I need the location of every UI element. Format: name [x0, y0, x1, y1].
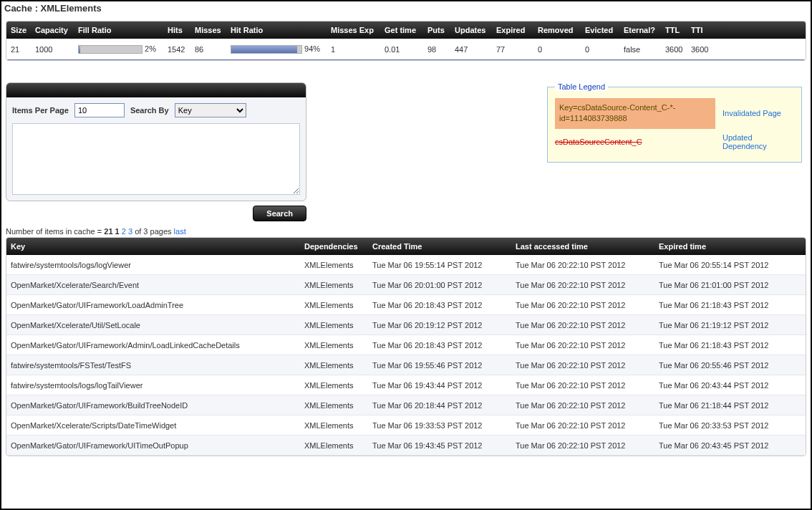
table-row[interactable]: OpenMarket/Xcelerate/Search/EventXMLElem… — [6, 275, 806, 295]
cell-created: Tue Mar 06 19:55:46 PST 2012 — [368, 358, 511, 372]
items-per-page-input[interactable] — [74, 103, 125, 117]
col-ttl: TTL — [661, 23, 687, 37]
cell-expired: Tue Mar 06 20:33:53 PST 2012 — [654, 418, 798, 433]
col-accessed[interactable]: Last accessed time — [511, 239, 654, 254]
cell-created: Tue Mar 06 20:18:43 PST 2012 — [368, 298, 511, 312]
col-misses: Misses — [190, 23, 226, 37]
cell-accessed: Tue Mar 06 20:22:10 PST 2012 — [511, 298, 654, 312]
val-fillratio: 2% — [74, 42, 163, 57]
val-hitratio: 94% — [226, 42, 327, 57]
cell-created: Tue Mar 06 19:43:45 PST 2012 — [368, 438, 511, 453]
val-updates: 447 — [450, 42, 492, 57]
col-missesexp: Misses Exp — [327, 23, 380, 37]
col-fillratio: Fill Ratio — [74, 23, 163, 37]
cell-accessed: Tue Mar 06 20:22:10 PST 2012 — [511, 258, 654, 272]
table-row[interactable]: OpenMarket/Gator/UIFramework/Admin/LoadL… — [6, 335, 806, 355]
cell-created: Tue Mar 06 20:19:12 PST 2012 — [368, 318, 511, 332]
search-panel: Items Per Page Search By Key — [6, 82, 306, 201]
cell-expired: Tue Mar 06 20:43:44 PST 2012 — [654, 378, 798, 393]
cell-key: fatwire/systemtools/logs/logTailViewer — [6, 378, 300, 393]
cell-expired: Tue Mar 06 20:55:46 PST 2012 — [654, 358, 798, 372]
cell-key: OpenMarket/Gator/UIFramework/Admin/LoadL… — [6, 338, 300, 352]
search-by-label: Search By — [130, 106, 169, 115]
val-capacity: 1000 — [31, 42, 74, 57]
cell-expired: Tue Mar 06 21:18:43 PST 2012 — [654, 298, 798, 312]
legend-updated-label: Updated Dependency — [722, 133, 794, 150]
col-size: Size — [6, 23, 31, 37]
cell-key: OpenMarket/Gator/UIFramework/UITimeOutPo… — [6, 438, 300, 453]
page-current: 1 — [115, 227, 120, 236]
table-row[interactable]: OpenMarket/Gator/UIFramework/BuildTreeNo… — [6, 395, 806, 415]
table-row[interactable]: OpenMarket/Gator/UIFramework/UITimeOutPo… — [6, 436, 806, 456]
col-eternal: Eternal? — [619, 23, 661, 37]
cell-dep: XMLElements — [300, 318, 368, 332]
cell-key: OpenMarket/Xcelerate/Scripts/DateTimeWid… — [6, 418, 300, 433]
search-by-select[interactable]: Key — [175, 103, 246, 117]
items-per-page-label: Items Per Page — [12, 106, 69, 115]
cell-created: Tue Mar 06 20:18:43 PST 2012 — [368, 338, 511, 352]
cell-key: OpenMarket/Gator/UIFramework/LoadAdminTr… — [6, 298, 300, 312]
val-size: 21 — [6, 42, 31, 57]
legend-updated-sample: csDataSourceContent_C — [555, 138, 715, 146]
val-tti: 3600 — [687, 42, 712, 57]
table-row[interactable]: fatwire/systemtools/FSTest/TestFSXMLElem… — [6, 355, 806, 375]
col-created[interactable]: Created Time — [368, 239, 511, 254]
table-row[interactable]: fatwire/systemtools/logs/logViewerXMLEle… — [6, 255, 806, 275]
col-capacity: Capacity — [31, 23, 74, 37]
cell-created: Tue Mar 06 20:01:00 PST 2012 — [368, 278, 511, 292]
search-textarea[interactable] — [12, 123, 300, 195]
table-row[interactable]: OpenMarket/Gator/UIFramework/LoadAdminTr… — [6, 295, 806, 315]
val-evicted: 0 — [581, 42, 619, 57]
cell-dep: XMLElements — [300, 418, 368, 433]
cell-expired: Tue Mar 06 21:19:12 PST 2012 — [654, 318, 798, 332]
panel-header — [6, 83, 306, 97]
cell-expired: Tue Mar 06 21:18:43 PST 2012 — [654, 338, 798, 352]
col-expired: Expired — [492, 23, 533, 37]
table-row[interactable]: fatwire/systemtools/logs/logTailViewerXM… — [6, 375, 806, 395]
cell-key: OpenMarket/Xcelerate/Search/Event — [6, 278, 300, 292]
cell-accessed: Tue Mar 06 20:22:10 PST 2012 — [511, 318, 654, 332]
cell-accessed: Tue Mar 06 20:22:10 PST 2012 — [511, 438, 654, 453]
table-row[interactable]: OpenMarket/Xcelerate/Scripts/DateTimeWid… — [6, 415, 806, 436]
cell-dep: XMLElements — [300, 378, 368, 393]
cell-dep: XMLElements — [300, 258, 368, 272]
col-expired-time[interactable]: Expired time — [654, 239, 798, 254]
cell-dep: XMLElements — [300, 398, 368, 413]
col-evicted: Evicted — [581, 23, 619, 37]
table-row[interactable]: OpenMarket/Xcelerate/Util/SetLocaleXMLEl… — [6, 315, 806, 335]
legend-invalidated-sample: Key=csDataSource-Content_C-*-id=11140837… — [555, 98, 715, 129]
col-tti: TTI — [687, 23, 712, 37]
cell-accessed: Tue Mar 06 20:22:10 PST 2012 — [511, 378, 654, 393]
cache-items-table: Key Dependencies Created Time Last acces… — [6, 237, 806, 456]
val-gettime: 0.01 — [380, 42, 423, 57]
cell-expired: Tue Mar 06 21:01:00 PST 2012 — [654, 278, 798, 292]
cell-created: Tue Mar 06 20:18:44 PST 2012 — [368, 398, 511, 413]
page-last-link[interactable]: last — [174, 227, 186, 236]
cell-key: fatwire/systemtools/FSTest/TestFS — [6, 358, 300, 372]
cell-dep: XMLElements — [300, 298, 368, 312]
cell-accessed: Tue Mar 06 20:22:10 PST 2012 — [511, 418, 654, 433]
col-gettime: Get time — [380, 23, 423, 37]
cell-accessed: Tue Mar 06 20:22:10 PST 2012 — [511, 338, 654, 352]
search-button[interactable]: Search — [253, 206, 306, 221]
val-missesexp: 1 — [327, 42, 380, 57]
val-misses: 86 — [190, 42, 226, 57]
stats-row: 21 1000 2% 1542 86 94% 1 0.01 98 447 77 … — [6, 39, 806, 60]
val-expired: 77 — [492, 42, 533, 57]
cell-created: Tue Mar 06 19:33:53 PST 2012 — [368, 418, 511, 433]
val-eternal: false — [619, 42, 661, 57]
val-ttl: 3600 — [661, 42, 687, 57]
cell-expired: Tue Mar 06 20:43:45 PST 2012 — [654, 438, 798, 453]
cell-accessed: Tue Mar 06 20:22:10 PST 2012 — [511, 358, 654, 372]
cell-key: OpenMarket/Gator/UIFramework/BuildTreeNo… — [6, 398, 300, 413]
cell-expired: Tue Mar 06 21:18:44 PST 2012 — [654, 398, 798, 413]
cell-dep: XMLElements — [300, 358, 368, 372]
col-key[interactable]: Key — [6, 239, 300, 254]
cell-created: Tue Mar 06 19:43:44 PST 2012 — [368, 378, 511, 393]
col-dependencies[interactable]: Dependencies — [300, 239, 368, 254]
page-2-link[interactable]: 2 — [122, 227, 126, 236]
page-title: Cache : XMLElements — [1, 1, 811, 15]
count-line: Number of items in cache = 21 1 2 3 of 3… — [6, 227, 806, 236]
val-puts: 98 — [423, 42, 450, 57]
col-hits: Hits — [163, 23, 190, 37]
